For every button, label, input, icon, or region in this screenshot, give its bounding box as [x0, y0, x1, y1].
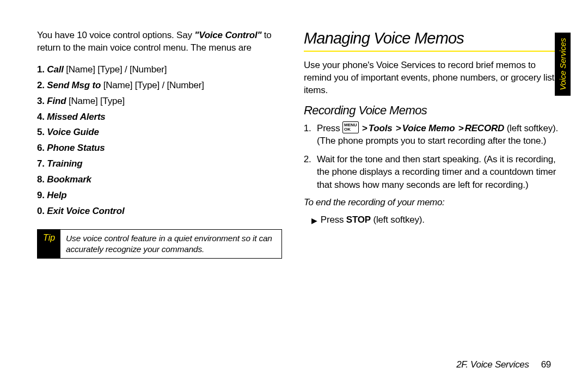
- item-command: Send Msg to: [47, 80, 101, 90]
- list-item: 1. Call [Name] [Type] / [Number]: [37, 62, 282, 78]
- chevron-right-icon: >: [362, 123, 367, 133]
- triangle-bullet-icon: ▶: [311, 216, 317, 225]
- list-item: 5. Voice Guide: [37, 125, 282, 140]
- item-command: Exit Voice Control: [47, 206, 124, 216]
- voice-menu-list: 1. Call [Name] [Type] / [Number] 2. Send…: [37, 62, 282, 219]
- bullet-post: (left softkey).: [371, 215, 425, 225]
- step1-pre: Press: [317, 123, 342, 133]
- item-command: Voice Guide: [47, 127, 99, 137]
- item-number: 4.: [37, 112, 45, 122]
- step-item: Wait for the tone and then start speakin…: [314, 153, 561, 191]
- left-column: You have 10 voice control options. Say "…: [37, 29, 282, 259]
- path-tools: Tools: [369, 123, 393, 133]
- page-footer: 2F. Voice Services69: [456, 359, 551, 370]
- tip-label: Tip: [38, 230, 60, 258]
- item-command: Find: [47, 96, 66, 106]
- path-voice-memo: Voice Memo: [402, 123, 455, 133]
- intro-quote: "Voice Control": [194, 30, 261, 40]
- subhead-end-recording: To end the recording of your memo:: [304, 197, 561, 209]
- item-number: 1.: [37, 64, 45, 75]
- item-number: 0.: [37, 206, 45, 216]
- chevron-right-icon: >: [458, 123, 464, 133]
- tip-text: Use voice control feature in a quiet env…: [60, 230, 281, 258]
- heading-rule: [304, 51, 561, 52]
- two-column-layout: You have 10 voice control options. Say "…: [37, 29, 555, 259]
- list-item: 2. Send Msg to [Name] [Type] / [Number]: [37, 78, 282, 94]
- side-tab: Voice Services: [555, 33, 571, 96]
- item-number: 5.: [37, 127, 45, 137]
- item-number: 3.: [37, 96, 45, 106]
- heading-managing-voice-memos: Managing Voice Memos: [304, 29, 561, 47]
- page-number: 69: [541, 359, 551, 370]
- steps-list: Press MENUOK >Tools >Voice Memo >RECORD …: [314, 122, 561, 191]
- item-number: 6.: [37, 143, 45, 153]
- item-rest: [Name] [Type] / [Number]: [101, 80, 204, 90]
- intro-pre: You have 10 voice control options. Say: [37, 30, 194, 40]
- list-item: 6. Phone Status: [37, 140, 282, 156]
- item-command: Missed Alerts: [47, 112, 105, 122]
- section-intro: Use your phone's Voice Services to recor…: [304, 59, 561, 97]
- item-number: 8.: [37, 174, 45, 185]
- list-item: 9. Help: [37, 188, 282, 204]
- list-item: 8. Bookmark: [37, 172, 282, 188]
- bullet-pre: Press: [321, 215, 346, 225]
- bullet-bold: STOP: [346, 215, 371, 225]
- tip-box: Tip Use voice control feature in a quiet…: [37, 229, 282, 259]
- manual-page: Voice Services You have 10 voice control…: [0, 0, 588, 392]
- item-command: Call: [47, 64, 63, 75]
- chevron-right-icon: >: [396, 123, 401, 133]
- item-command: Help: [47, 190, 66, 200]
- item-command: Phone Status: [47, 143, 105, 153]
- right-column: Managing Voice Memos Use your phone's Vo…: [304, 29, 561, 259]
- item-number: 2.: [37, 80, 45, 90]
- list-item: 4. Missed Alerts: [37, 109, 282, 125]
- item-number: 9.: [37, 190, 45, 200]
- bullet-item: ▶Press STOP (left softkey).: [311, 215, 561, 225]
- list-item: 3. Find [Name] [Type]: [37, 94, 282, 109]
- item-command: Training: [47, 158, 82, 169]
- footer-section: 2F. Voice Services: [456, 359, 529, 370]
- intro-paragraph: You have 10 voice control options. Say "…: [37, 29, 282, 54]
- heading-recording-voice-memos: Recording Voice Memos: [304, 103, 561, 118]
- item-number: 7.: [37, 158, 45, 169]
- item-command: Bookmark: [47, 174, 91, 185]
- menu-ok-key-icon: MENUOK: [342, 121, 359, 133]
- item-rest: [Name] [Type] / [Number]: [64, 64, 167, 75]
- list-item: 7. Training: [37, 156, 282, 172]
- item-rest: [Name] [Type]: [66, 96, 125, 106]
- list-item: 0. Exit Voice Control: [37, 204, 282, 219]
- step-item: Press MENUOK >Tools >Voice Memo >RECORD …: [314, 122, 561, 148]
- path-record: RECORD: [465, 123, 504, 133]
